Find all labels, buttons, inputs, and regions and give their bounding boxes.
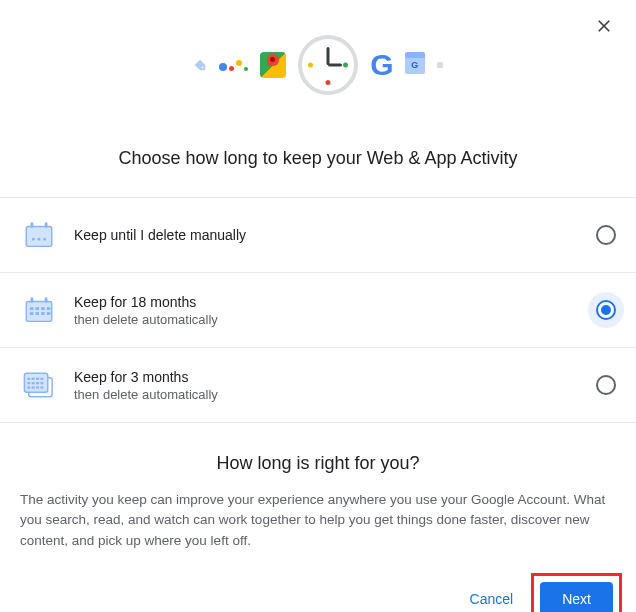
- retention-options: Keep until I delete manually Keep for 18…: [0, 197, 636, 423]
- svg-rect-18: [41, 312, 45, 315]
- option-text: Keep until I delete manually: [74, 227, 580, 243]
- option-keep-18-months[interactable]: Keep for 18 months then delete automatic…: [0, 273, 636, 348]
- svg-rect-10: [31, 297, 34, 303]
- svg-rect-8: [26, 302, 52, 322]
- svg-rect-27: [32, 382, 35, 384]
- svg-rect-24: [36, 378, 39, 380]
- radio-unselected[interactable]: [596, 225, 616, 245]
- info-section: How long is right for you? The activity …: [0, 423, 636, 567]
- svg-rect-12: [30, 307, 34, 310]
- tag-icon: [193, 58, 207, 72]
- dialog-actions: Cancel Next: [0, 567, 636, 612]
- radio-unselected[interactable]: [596, 375, 616, 395]
- svg-rect-30: [27, 386, 30, 388]
- svg-rect-3: [31, 222, 34, 228]
- svg-point-7: [43, 238, 46, 241]
- svg-point-6: [38, 238, 41, 241]
- svg-rect-16: [30, 312, 34, 315]
- svg-rect-19: [47, 312, 51, 315]
- svg-rect-13: [35, 307, 39, 310]
- svg-point-5: [32, 238, 35, 241]
- dialog-title: Choose how long to keep your Web & App A…: [0, 130, 636, 197]
- svg-rect-17: [35, 312, 39, 315]
- calendar-stack-icon: [20, 366, 58, 404]
- clock-icon: [298, 35, 358, 95]
- close-icon[interactable]: [590, 12, 618, 40]
- google-g-icon: G: [370, 48, 392, 82]
- svg-rect-15: [47, 307, 51, 310]
- info-title: How long is right for you?: [20, 453, 616, 474]
- radio-selected[interactable]: [596, 300, 616, 320]
- svg-rect-11: [45, 297, 48, 303]
- calendar-single-icon: [20, 291, 58, 329]
- svg-rect-29: [40, 382, 43, 384]
- next-button[interactable]: Next: [540, 582, 613, 612]
- shopping-icon: [405, 56, 425, 74]
- misc-icon: [437, 62, 443, 68]
- svg-rect-28: [36, 382, 39, 384]
- svg-rect-31: [32, 386, 35, 388]
- option-keep-manual[interactable]: Keep until I delete manually: [0, 198, 636, 273]
- option-text: Keep for 3 months then delete automatica…: [74, 369, 580, 402]
- x-icon: [595, 17, 613, 35]
- svg-rect-4: [45, 222, 48, 228]
- option-subtitle: then delete automatically: [74, 312, 580, 327]
- assistant-icon: [219, 60, 248, 71]
- svg-rect-1: [26, 227, 52, 247]
- svg-rect-26: [27, 382, 30, 384]
- svg-rect-32: [36, 386, 39, 388]
- cancel-button[interactable]: Cancel: [452, 583, 532, 612]
- svg-rect-22: [27, 378, 30, 380]
- hero-illustration: G: [0, 0, 636, 130]
- svg-rect-14: [41, 307, 45, 310]
- svg-rect-23: [32, 378, 35, 380]
- maps-icon: [260, 52, 286, 78]
- option-title: Keep for 18 months: [74, 294, 580, 310]
- option-subtitle: then delete automatically: [74, 387, 580, 402]
- svg-rect-33: [40, 386, 43, 388]
- option-keep-3-months[interactable]: Keep for 3 months then delete automatica…: [0, 348, 636, 423]
- info-body: The activity you keep can improve your e…: [20, 490, 616, 551]
- svg-rect-25: [40, 378, 43, 380]
- next-highlight: Next: [531, 573, 622, 612]
- option-title: Keep for 3 months: [74, 369, 580, 385]
- calendar-dots-icon: [20, 216, 58, 254]
- option-title: Keep until I delete manually: [74, 227, 580, 243]
- option-text: Keep for 18 months then delete automatic…: [74, 294, 580, 327]
